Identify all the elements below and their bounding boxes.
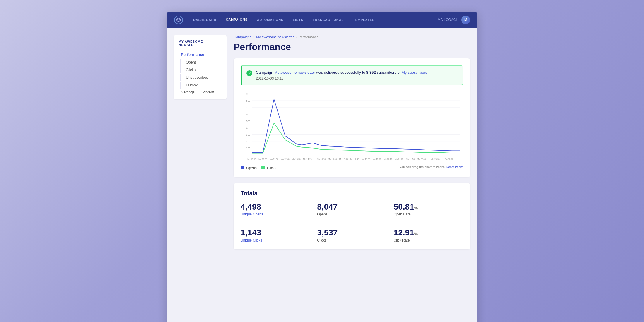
content-area: Campaigns › My awesome newsletter › Perf… <box>234 35 470 322</box>
totals-title: Totals <box>241 190 463 197</box>
top-navigation: DASHBOARD CAMPAIGNS AUTOMATIONS LISTS TR… <box>167 12 477 28</box>
clicks-label: Clicks <box>267 166 276 170</box>
clicks-value: 3,537 <box>317 228 386 237</box>
svg-text:200: 200 <box>246 140 250 143</box>
logo[interactable] <box>174 15 183 25</box>
breadcrumb-sep-2: › <box>295 35 297 39</box>
totals-open-rate: 50.81% Open Rate <box>394 203 463 217</box>
svg-text:0: 0 <box>249 151 250 154</box>
opens-label: Opens <box>246 166 256 170</box>
delivery-alert: Campaign My awesome newsletter was deliv… <box>241 65 463 85</box>
performance-chart[interactable]: 900 800 700 600 500 400 300 200 100 0 <box>241 91 463 155</box>
svg-text:100: 100 <box>246 146 250 150</box>
totals-unique-opens: 4,498 Unique Opens <box>241 203 310 217</box>
opens-dot <box>241 166 244 169</box>
svg-text:Mo 15:10: Mo 15:10 <box>317 157 326 160</box>
nav-dashboard[interactable]: DASHBOARD <box>189 16 220 24</box>
svg-text:300: 300 <box>246 133 250 136</box>
avatar[interactable]: M <box>461 16 470 24</box>
success-icon <box>246 70 252 76</box>
nav-campaigns[interactable]: CAMPAIGNS <box>222 16 251 24</box>
open-rate-label: Open Rate <box>394 212 463 216</box>
sidebar-item-opens[interactable]: Opens <box>180 59 222 66</box>
page-title: Performance <box>234 42 470 52</box>
breadcrumb: Campaigns › My awesome newsletter › Perf… <box>234 35 470 39</box>
nav-transactional[interactable]: TRANSACTIONAL <box>309 16 348 24</box>
chart-footer: Opens Clicks You can drag the chart to z… <box>241 164 463 170</box>
unique-opens-label[interactable]: Unique Opens <box>241 212 310 216</box>
clicks-dot <box>261 166 265 169</box>
nav-templates[interactable]: TEMPLATES <box>349 16 379 24</box>
totals-click-rate: 12.91% Click Rate <box>394 228 463 242</box>
svg-text:Mo 18:30: Mo 18:30 <box>362 157 370 160</box>
reset-zoom-link[interactable]: Reset zoom <box>446 165 463 169</box>
svg-text:Mo 22:40: Mo 22:40 <box>417 157 426 160</box>
app-window: DASHBOARD CAMPAIGNS AUTOMATIONS LISTS TR… <box>167 12 477 322</box>
svg-text:Mo 13:30: Mo 13:30 <box>292 157 301 160</box>
user-label: MAILCOACH <box>438 18 458 22</box>
unique-clicks-value: 1,143 <box>241 228 310 237</box>
click-rate-label: Click Rate <box>394 238 463 242</box>
alert-campaign-link[interactable]: My awesome newsletter <box>274 70 315 75</box>
main-layout: MY AWESOME NEWSLE... Performance Opens C… <box>167 28 477 322</box>
svg-text:700: 700 <box>246 106 250 109</box>
x-labels-svg: Mo 10:10 Mo 11:00 Mo 11:50 Mo 12:40 Mo 1… <box>241 156 463 162</box>
svg-text:Mo 17:40: Mo 17:40 <box>350 157 359 160</box>
totals-grid: 4,498 Unique Opens 8,047 Opens 50.81% Op… <box>241 203 463 243</box>
opens-value: 8,047 <box>317 203 386 212</box>
svg-text:600: 600 <box>246 113 250 116</box>
svg-text:Mo 16:00: Mo 16:00 <box>328 157 337 160</box>
click-rate-value: 12.91% <box>394 228 463 237</box>
svg-point-1 <box>176 19 178 21</box>
svg-text:400: 400 <box>246 126 250 129</box>
svg-text:Mo 16:50: Mo 16:50 <box>339 157 348 160</box>
totals-clicks: 3,537 Clicks <box>317 228 386 242</box>
breadcrumb-sep-1: › <box>253 35 254 39</box>
chart-hint: You can drag the chart to zoom. Reset zo… <box>400 165 463 169</box>
svg-text:Mo 10:10: Mo 10:10 <box>247 157 256 160</box>
sidebar-item-clicks[interactable]: Clicks <box>180 66 222 73</box>
alert-content: Campaign My awesome newsletter was deliv… <box>256 70 427 80</box>
opens-label: Opens <box>317 212 386 216</box>
alert-list-link[interactable]: My subscribers <box>402 70 427 75</box>
clicks-label: Clicks <box>317 238 386 242</box>
chart-x-labels: Mo 10:10 Mo 11:00 Mo 11:50 Mo 12:40 Mo 1… <box>241 156 463 163</box>
open-rate-value: 50.81% <box>394 203 463 212</box>
svg-text:Mo 19:20: Mo 19:20 <box>373 157 381 160</box>
nav-automations[interactable]: AUTOMATIONS <box>253 16 288 24</box>
svg-point-0 <box>174 16 183 24</box>
svg-text:Mo 21:50: Mo 21:50 <box>406 157 415 160</box>
sidebar-item-unsubscribes[interactable]: Unsubscribes <box>180 74 222 81</box>
breadcrumb-current: Performance <box>298 35 318 39</box>
svg-text:Mo 11:00: Mo 11:00 <box>258 157 267 160</box>
sidebar: MY AWESOME NEWSLE... Performance Opens C… <box>174 35 227 99</box>
legend-opens: Opens <box>241 166 257 170</box>
alert-date: 2022-10-03 13:13 <box>256 76 427 80</box>
totals-divider <box>241 222 463 222</box>
unique-clicks-label[interactable]: Unique Clicks <box>241 238 310 242</box>
alert-message: Campaign My awesome newsletter was deliv… <box>256 70 427 76</box>
sidebar-item-outbox[interactable]: Outbox <box>180 82 222 89</box>
svg-text:Mo 23:30: Mo 23:30 <box>431 157 440 160</box>
sidebar-item-performance[interactable]: Performance <box>179 51 222 58</box>
svg-text:900: 900 <box>246 92 250 95</box>
sidebar-campaign-title: MY AWESOME NEWSLE... <box>179 40 222 47</box>
legend-clicks: Clicks <box>261 166 276 170</box>
breadcrumb-campaigns[interactable]: Campaigns <box>234 35 251 39</box>
sidebar-item-content[interactable]: Content <box>198 88 216 96</box>
unique-opens-value: 4,498 <box>241 203 310 212</box>
performance-chart-card: Campaign My awesome newsletter was deliv… <box>234 58 470 177</box>
nav-right: MAILCOACH M <box>438 16 470 24</box>
breadcrumb-newsletter[interactable]: My awesome newsletter <box>256 35 294 39</box>
svg-point-2 <box>179 19 181 21</box>
svg-text:800: 800 <box>246 99 250 102</box>
svg-text:500: 500 <box>246 119 250 123</box>
sidebar-item-settings[interactable]: Settings <box>179 88 197 96</box>
svg-text:Mo 11:50: Mo 11:50 <box>270 157 278 160</box>
nav-items: DASHBOARD CAMPAIGNS AUTOMATIONS LISTS TR… <box>189 16 438 24</box>
svg-text:Mo 12:40: Mo 12:40 <box>281 157 290 160</box>
totals-opens: 8,047 Opens <box>317 203 386 217</box>
nav-lists[interactable]: LISTS <box>289 16 307 24</box>
svg-text:Mo 20:10: Mo 20:10 <box>384 157 393 160</box>
totals-card: Totals 4,498 Unique Opens 8,047 Opens 50… <box>234 183 470 250</box>
